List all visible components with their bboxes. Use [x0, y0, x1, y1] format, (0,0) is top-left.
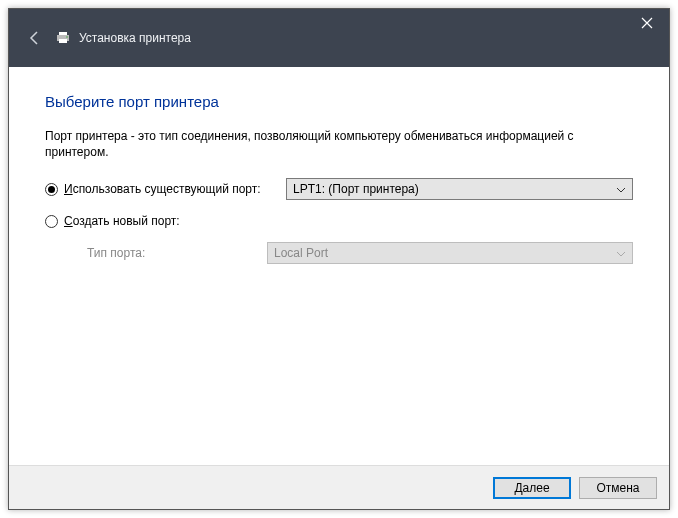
footer: Далее Отмена — [9, 465, 669, 509]
close-button[interactable] — [625, 9, 669, 37]
port-type-label: Тип порта: — [45, 246, 267, 260]
radio-create-new-label: Создать новый порт: — [64, 214, 286, 228]
svg-rect-0 — [59, 32, 67, 35]
radio-use-existing-label: Использовать существующий порт: — [64, 182, 286, 196]
page-heading: Выберите порт принтера — [45, 93, 633, 110]
option-create-new[interactable]: Создать новый порт: — [45, 214, 633, 228]
svg-point-3 — [66, 36, 68, 38]
close-icon — [641, 17, 653, 29]
existing-port-select[interactable]: LPT1: (Порт принтера) — [286, 178, 633, 200]
existing-port-value: LPT1: (Порт принтера) — [293, 182, 419, 196]
back-button[interactable] — [21, 24, 49, 52]
window-title: Установка принтера — [79, 31, 191, 45]
port-type-value: Local Port — [274, 246, 328, 260]
arrow-left-icon — [27, 30, 43, 46]
cancel-button[interactable]: Отмена — [579, 477, 657, 499]
page-description: Порт принтера - это тип соединения, позв… — [45, 128, 633, 160]
option-use-existing[interactable]: Использовать существующий порт: LPT1: (П… — [45, 178, 633, 200]
chevron-down-icon — [616, 248, 626, 258]
wizard-window: Установка принтера Выберите порт принтер… — [8, 8, 670, 510]
content-area: Выберите порт принтера Порт принтера - э… — [9, 67, 669, 465]
svg-rect-2 — [59, 39, 67, 43]
radio-create-new[interactable] — [45, 215, 58, 228]
next-button[interactable]: Далее — [493, 477, 571, 499]
chevron-down-icon — [616, 184, 626, 194]
printer-icon — [55, 30, 71, 46]
port-type-row: Тип порта: Local Port — [45, 242, 633, 264]
port-type-select: Local Port — [267, 242, 633, 264]
titlebar: Установка принтера — [9, 9, 669, 67]
radio-use-existing[interactable] — [45, 183, 58, 196]
